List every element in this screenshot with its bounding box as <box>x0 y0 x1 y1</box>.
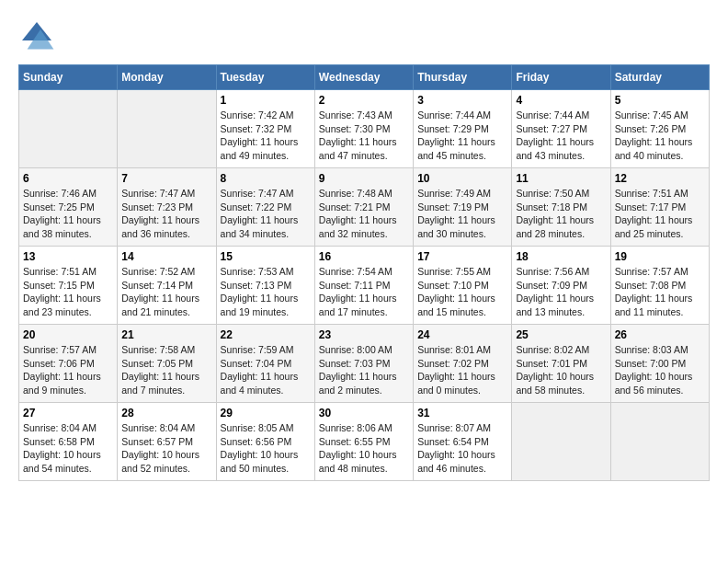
calendar-cell: 11Sunrise: 7:50 AMSunset: 7:18 PMDayligh… <box>512 168 610 247</box>
page-header <box>18 18 710 55</box>
day-number: 30 <box>319 407 409 419</box>
day-number: 6 <box>23 172 113 185</box>
day-number: 26 <box>615 328 705 341</box>
day-number: 17 <box>417 250 507 263</box>
calendar-cell: 14Sunrise: 7:52 AMSunset: 7:14 PMDayligh… <box>118 247 216 325</box>
day-number: 24 <box>417 328 507 341</box>
cell-content: Sunrise: 7:55 AMSunset: 7:10 PMDaylight:… <box>417 265 507 319</box>
calendar-cell: 1Sunrise: 7:42 AMSunset: 7:32 PMDaylight… <box>216 90 314 168</box>
calendar-cell: 13Sunrise: 7:51 AMSunset: 7:15 PMDayligh… <box>19 247 118 325</box>
weekday-row: SundayMondayTuesdayWednesdayThursdayFrid… <box>19 65 710 90</box>
calendar-cell: 30Sunrise: 8:06 AMSunset: 6:55 PMDayligh… <box>314 403 413 481</box>
day-number: 21 <box>121 328 211 341</box>
cell-content: Sunrise: 7:45 AMSunset: 7:26 PMDaylight:… <box>615 109 705 163</box>
day-number: 11 <box>516 172 606 185</box>
calendar-cell: 18Sunrise: 7:56 AMSunset: 7:09 PMDayligh… <box>512 247 610 325</box>
cell-content: Sunrise: 7:48 AMSunset: 7:21 PMDaylight:… <box>319 187 409 241</box>
cell-content: Sunrise: 8:02 AMSunset: 7:01 PMDaylight:… <box>516 343 606 397</box>
cell-content: Sunrise: 7:43 AMSunset: 7:30 PMDaylight:… <box>319 109 409 163</box>
day-number: 3 <box>417 94 507 107</box>
weekday-header-thursday: Thursday <box>414 65 512 90</box>
calendar-cell: 16Sunrise: 7:54 AMSunset: 7:11 PMDayligh… <box>314 247 413 325</box>
weekday-header-saturday: Saturday <box>610 65 709 90</box>
cell-content: Sunrise: 7:52 AMSunset: 7:14 PMDaylight:… <box>121 265 211 319</box>
cell-content: Sunrise: 8:04 AMSunset: 6:58 PMDaylight:… <box>23 421 113 476</box>
calendar-table: SundayMondayTuesdayWednesdayThursdayFrid… <box>18 64 710 481</box>
cell-content: Sunrise: 7:53 AMSunset: 7:13 PMDaylight:… <box>221 265 311 319</box>
day-number: 19 <box>615 250 705 263</box>
cell-content: Sunrise: 7:42 AMSunset: 7:32 PMDaylight:… <box>221 109 311 163</box>
cell-content: Sunrise: 7:47 AMSunset: 7:22 PMDaylight:… <box>221 187 311 241</box>
weekday-header-tuesday: Tuesday <box>216 65 314 90</box>
cell-content: Sunrise: 8:04 AMSunset: 6:57 PMDaylight:… <box>121 421 211 476</box>
calendar-cell: 21Sunrise: 7:58 AMSunset: 7:05 PMDayligh… <box>118 325 216 403</box>
day-number: 1 <box>221 94 311 107</box>
day-number: 29 <box>221 407 311 419</box>
cell-content: Sunrise: 7:44 AMSunset: 7:27 PMDaylight:… <box>516 109 606 163</box>
calendar-week-5: 27Sunrise: 8:04 AMSunset: 6:58 PMDayligh… <box>19 403 710 481</box>
day-number: 2 <box>319 94 409 107</box>
calendar-cell: 22Sunrise: 7:59 AMSunset: 7:04 PMDayligh… <box>216 325 314 403</box>
day-number: 13 <box>23 250 113 263</box>
calendar-cell <box>610 403 709 481</box>
calendar-cell: 8Sunrise: 7:47 AMSunset: 7:22 PMDaylight… <box>216 168 314 247</box>
day-number: 27 <box>23 407 113 419</box>
calendar-cell: 3Sunrise: 7:44 AMSunset: 7:29 PMDaylight… <box>414 90 512 168</box>
cell-content: Sunrise: 7:56 AMSunset: 7:09 PMDaylight:… <box>516 265 606 319</box>
calendar-cell: 9Sunrise: 7:48 AMSunset: 7:21 PMDaylight… <box>314 168 413 247</box>
day-number: 8 <box>221 172 311 185</box>
day-number: 18 <box>516 250 606 263</box>
weekday-header-wednesday: Wednesday <box>314 65 413 90</box>
calendar-cell: 2Sunrise: 7:43 AMSunset: 7:30 PMDaylight… <box>314 90 413 168</box>
cell-content: Sunrise: 8:07 AMSunset: 6:54 PMDaylight:… <box>417 421 507 476</box>
calendar-cell: 12Sunrise: 7:51 AMSunset: 7:17 PMDayligh… <box>610 168 709 247</box>
cell-content: Sunrise: 7:50 AMSunset: 7:18 PMDaylight:… <box>516 187 606 241</box>
day-number: 10 <box>417 172 507 185</box>
cell-content: Sunrise: 7:47 AMSunset: 7:23 PMDaylight:… <box>121 187 211 241</box>
day-number: 25 <box>516 328 606 341</box>
calendar-cell <box>118 90 216 168</box>
calendar-week-2: 6Sunrise: 7:46 AMSunset: 7:25 PMDaylight… <box>19 168 710 247</box>
calendar-cell <box>512 403 610 481</box>
calendar-cell: 19Sunrise: 7:57 AMSunset: 7:08 PMDayligh… <box>610 247 709 325</box>
day-number: 15 <box>221 250 311 263</box>
calendar-body: 1Sunrise: 7:42 AMSunset: 7:32 PMDaylight… <box>19 90 710 481</box>
calendar-cell: 24Sunrise: 8:01 AMSunset: 7:02 PMDayligh… <box>414 325 512 403</box>
calendar-cell: 27Sunrise: 8:04 AMSunset: 6:58 PMDayligh… <box>19 403 118 481</box>
cell-content: Sunrise: 7:49 AMSunset: 7:19 PMDaylight:… <box>417 187 507 241</box>
day-number: 28 <box>121 407 211 419</box>
cell-content: Sunrise: 7:54 AMSunset: 7:11 PMDaylight:… <box>319 265 409 319</box>
cell-content: Sunrise: 8:01 AMSunset: 7:02 PMDaylight:… <box>417 343 507 397</box>
logo <box>18 18 61 55</box>
day-number: 31 <box>417 407 507 419</box>
cell-content: Sunrise: 7:57 AMSunset: 7:08 PMDaylight:… <box>615 265 705 319</box>
day-number: 12 <box>615 172 705 185</box>
day-number: 4 <box>516 94 606 107</box>
weekday-header-monday: Monday <box>118 65 216 90</box>
calendar-cell: 15Sunrise: 7:53 AMSunset: 7:13 PMDayligh… <box>216 247 314 325</box>
cell-content: Sunrise: 7:51 AMSunset: 7:15 PMDaylight:… <box>23 265 113 319</box>
calendar-cell <box>19 90 118 168</box>
day-number: 22 <box>221 328 311 341</box>
calendar-cell: 17Sunrise: 7:55 AMSunset: 7:10 PMDayligh… <box>414 247 512 325</box>
cell-content: Sunrise: 7:46 AMSunset: 7:25 PMDaylight:… <box>23 187 113 241</box>
calendar-cell: 29Sunrise: 8:05 AMSunset: 6:56 PMDayligh… <box>216 403 314 481</box>
cell-content: Sunrise: 7:57 AMSunset: 7:06 PMDaylight:… <box>23 343 113 397</box>
cell-content: Sunrise: 8:06 AMSunset: 6:55 PMDaylight:… <box>319 421 409 476</box>
calendar-cell: 23Sunrise: 8:00 AMSunset: 7:03 PMDayligh… <box>314 325 413 403</box>
calendar-header: SundayMondayTuesdayWednesdayThursdayFrid… <box>19 65 710 90</box>
weekday-header-friday: Friday <box>512 65 610 90</box>
day-number: 5 <box>615 94 705 107</box>
calendar-cell: 5Sunrise: 7:45 AMSunset: 7:26 PMDaylight… <box>610 90 709 168</box>
cell-content: Sunrise: 7:44 AMSunset: 7:29 PMDaylight:… <box>417 109 507 163</box>
cell-content: Sunrise: 7:58 AMSunset: 7:05 PMDaylight:… <box>121 343 211 397</box>
calendar-cell: 4Sunrise: 7:44 AMSunset: 7:27 PMDaylight… <box>512 90 610 168</box>
calendar-cell: 26Sunrise: 8:03 AMSunset: 7:00 PMDayligh… <box>610 325 709 403</box>
calendar-week-3: 13Sunrise: 7:51 AMSunset: 7:15 PMDayligh… <box>19 247 710 325</box>
cell-content: Sunrise: 7:59 AMSunset: 7:04 PMDaylight:… <box>221 343 311 397</box>
calendar-cell: 25Sunrise: 8:02 AMSunset: 7:01 PMDayligh… <box>512 325 610 403</box>
day-number: 14 <box>121 250 211 263</box>
calendar-cell: 28Sunrise: 8:04 AMSunset: 6:57 PMDayligh… <box>118 403 216 481</box>
calendar-week-4: 20Sunrise: 7:57 AMSunset: 7:06 PMDayligh… <box>19 325 710 403</box>
calendar-cell: 10Sunrise: 7:49 AMSunset: 7:19 PMDayligh… <box>414 168 512 247</box>
